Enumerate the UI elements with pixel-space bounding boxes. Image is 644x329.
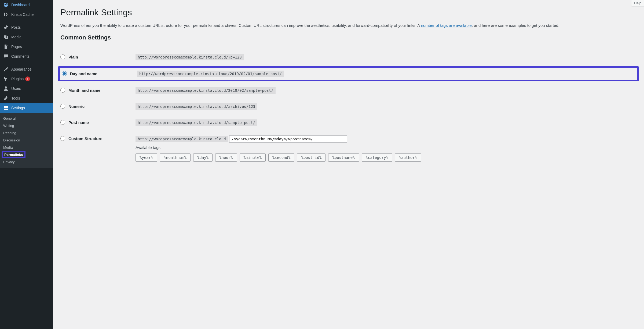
- tag-button[interactable]: %monthnum%: [160, 153, 191, 162]
- sidebar-label: Kinsta Cache: [11, 12, 34, 17]
- dashboard-icon: [3, 2, 9, 8]
- example-column: http://wordpresscomexample.kinsta.cloud/…: [136, 119, 636, 126]
- sidebar-label: Settings: [11, 106, 25, 110]
- sidebar-label: Media: [11, 35, 21, 39]
- sidebar-label: Comments: [11, 54, 30, 59]
- help-tab[interactable]: Help: [631, 0, 644, 6]
- sidebar-item-users[interactable]: Users: [0, 84, 53, 93]
- sidebar-label: Tools: [11, 96, 20, 100]
- sidebar-item-settings[interactable]: Settings: [0, 103, 53, 113]
- example-column: http://wordpresscomexample.kinsta.cloud/…: [136, 103, 636, 110]
- sidebar-label: Posts: [11, 25, 21, 30]
- radio-day-name[interactable]: [62, 71, 67, 76]
- option-label: Numeric: [68, 104, 85, 109]
- option-label: Day and name: [70, 71, 97, 76]
- radio-plain[interactable]: [60, 54, 65, 59]
- intro-text: WordPress offers you the ability to crea…: [60, 22, 636, 29]
- submenu-media[interactable]: Media: [0, 144, 53, 151]
- option-label: Month and name: [68, 88, 100, 93]
- tag-button[interactable]: %hour%: [215, 153, 237, 162]
- page-title: Permalink Settings: [60, 8, 636, 17]
- radio-group-day-name: Day and name: [62, 71, 137, 76]
- radio-post-name[interactable]: [60, 120, 65, 125]
- sidebar-item-appearance[interactable]: Appearance: [0, 64, 53, 74]
- sidebar-item-plugins[interactable]: Plugins 1: [0, 74, 53, 84]
- option-row-numeric: Numerichttp://wordpresscomexample.kinsta…: [60, 98, 636, 115]
- sidebar-item-dashboard[interactable]: Dashboard: [0, 0, 53, 10]
- example-url: http://wordpresscomexample.kinsta.cloud/…: [137, 71, 284, 77]
- option-row-plain: Plainhttp://wordpresscomexample.kinsta.c…: [60, 49, 636, 65]
- brush-icon: [3, 67, 9, 72]
- submenu-permalinks[interactable]: Permalinks: [2, 151, 25, 158]
- radio-group-plain: Plain: [60, 54, 136, 59]
- radio-group-post-name: Post name: [60, 119, 136, 125]
- submenu-permalinks-wrap: Permalinks: [0, 151, 53, 158]
- example-column: http://wordpresscomexample.kinsta.cloud/…: [136, 54, 636, 60]
- option-row-day-name: Day and namehttp://wordpresscomexample.k…: [58, 66, 639, 81]
- tag-button[interactable]: %minute%: [240, 153, 266, 162]
- common-settings-heading: Common Settings: [60, 34, 636, 41]
- sidebar-label: Pages: [11, 45, 22, 49]
- sidebar-item-comments[interactable]: Comments: [0, 52, 53, 61]
- settings-submenu: General Writing Reading Discussion Media…: [0, 113, 53, 168]
- radio-group-custom: Custom Structure: [60, 136, 136, 141]
- page-icon: [3, 44, 9, 49]
- option-label: Plain: [68, 55, 78, 59]
- example-column: http://wordpresscomexample.kinsta.cloud/…: [137, 71, 635, 77]
- tag-button[interactable]: %day%: [193, 153, 213, 162]
- media-icon: [3, 34, 9, 40]
- example-url: http://wordpresscomexample.kinsta.cloud/…: [136, 103, 257, 110]
- tags-row: %year%%monthnum%%day%%hour%%minute%%seco…: [136, 153, 636, 162]
- option-row-month-name: Month and namehttp://wordpresscomexample…: [60, 82, 636, 98]
- submenu-discussion[interactable]: Discussion: [0, 137, 53, 144]
- tag-button[interactable]: %post_id%: [297, 153, 325, 162]
- example-url: http://wordpresscomexample.kinsta.cloud/…: [136, 54, 244, 60]
- radio-group-numeric: Numeric: [60, 103, 136, 109]
- available-tags-label: Available tags:: [136, 145, 636, 150]
- tag-button[interactable]: %author%: [395, 153, 421, 162]
- main-content: Help Permalink Settings WordPress offers…: [53, 0, 644, 329]
- example-column: http://wordpresscomexample.kinsta.cloud/…: [136, 87, 636, 94]
- option-row-custom: Custom Structure http://wordpresscomexam…: [60, 131, 636, 166]
- sidebar-item-posts[interactable]: Posts: [0, 23, 53, 32]
- example-url: http://wordpresscomexample.kinsta.cloud/…: [136, 119, 257, 126]
- wrench-icon: [3, 96, 9, 101]
- sidebar-item-pages[interactable]: Pages: [0, 42, 53, 52]
- radio-group-month-name: Month and name: [60, 87, 136, 93]
- plug-icon: [3, 76, 9, 82]
- custom-base: http://wordpresscomexample.kinsta.cloud: [136, 136, 228, 142]
- sidebar-item-kinsta-cache[interactable]: Kinsta Cache: [0, 10, 53, 19]
- comment-icon: [3, 54, 9, 59]
- submenu-reading[interactable]: Reading: [0, 129, 53, 137]
- radio-month-name[interactable]: [60, 88, 65, 93]
- tag-button[interactable]: %second%: [268, 153, 294, 162]
- sidebar-label: Users: [11, 86, 21, 91]
- update-badge: 1: [25, 76, 30, 81]
- sidebar-item-tools[interactable]: Tools: [0, 93, 53, 103]
- sidebar-label: Appearance: [11, 67, 32, 71]
- kinsta-icon: [3, 12, 9, 17]
- tag-button[interactable]: %category%: [362, 153, 392, 162]
- custom-structure-input[interactable]: [229, 136, 347, 142]
- settings-icon: [3, 105, 9, 111]
- admin-sidebar: Dashboard Kinsta Cache Posts Media Pages…: [0, 0, 53, 329]
- sidebar-label: Plugins: [11, 77, 24, 81]
- submenu-general[interactable]: General: [0, 115, 53, 122]
- pin-icon: [3, 25, 9, 30]
- sidebar-item-media[interactable]: Media: [0, 32, 53, 42]
- user-icon: [3, 86, 9, 91]
- custom-column: http://wordpresscomexample.kinsta.cloud …: [136, 136, 636, 162]
- submenu-writing[interactable]: Writing: [0, 122, 53, 129]
- tag-button[interactable]: %year%: [136, 153, 157, 162]
- submenu-privacy[interactable]: Privacy: [0, 158, 53, 166]
- radio-numeric[interactable]: [60, 104, 65, 109]
- sidebar-label: Dashboard: [11, 3, 30, 7]
- option-row-post-name: Post namehttp://wordpresscomexample.kins…: [60, 115, 636, 131]
- tags-link[interactable]: number of tags are available: [421, 23, 472, 28]
- option-label: Custom Structure: [68, 136, 103, 141]
- option-label: Post name: [68, 120, 89, 125]
- tag-button[interactable]: %postname%: [328, 153, 359, 162]
- radio-custom[interactable]: [60, 136, 65, 141]
- example-url: http://wordpresscomexample.kinsta.cloud/…: [136, 87, 276, 94]
